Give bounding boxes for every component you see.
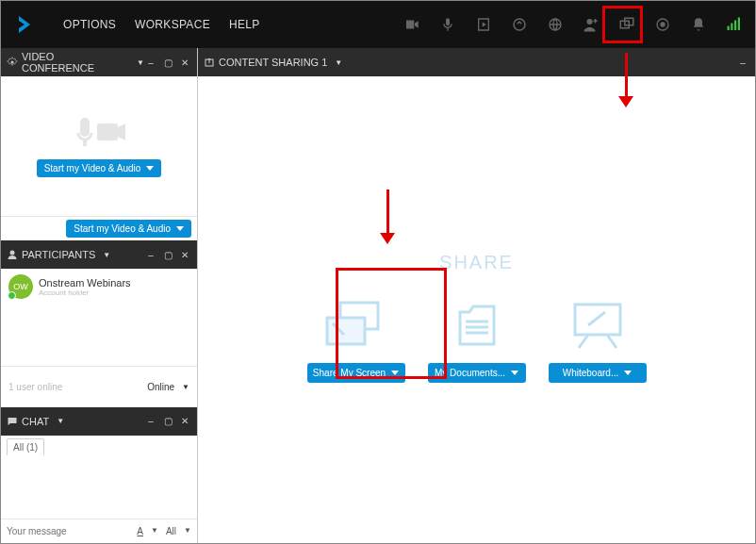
presence-indicator xyxy=(8,291,16,300)
start-video-audio-label: Start my Video & Audio xyxy=(44,163,141,173)
sidebar: VIDEO CONFERENCE▼ – ▢ ✕ Start my Video &… xyxy=(1,48,198,543)
format-icon[interactable]: A xyxy=(137,526,143,536)
participant-name: Onstream Webinars xyxy=(39,277,131,288)
participants-footer-left: 1 user online xyxy=(8,382,62,392)
menu-options[interactable]: OPTIONS xyxy=(63,18,116,31)
svg-rect-12 xyxy=(738,18,740,31)
svg-marker-1 xyxy=(483,22,486,26)
annotate-icon[interactable] xyxy=(506,11,533,38)
chevron-down-icon: ▼ xyxy=(57,417,64,425)
chevron-down-icon xyxy=(511,371,518,375)
microphone-icon[interactable] xyxy=(435,11,461,38)
chat-tools: A ▼ All ▼ xyxy=(137,526,191,536)
globe-icon[interactable] xyxy=(542,11,568,38)
share-option-documents: My Documents... xyxy=(428,288,526,383)
svg-point-4 xyxy=(587,19,593,25)
close-icon[interactable]: ✕ xyxy=(178,415,191,428)
chevron-down-icon xyxy=(624,371,632,375)
video-conference-header[interactable]: VIDEO CONFERENCE▼ – ▢ ✕ xyxy=(1,48,197,76)
svg-point-8 xyxy=(661,23,665,26)
minimize-icon[interactable]: – xyxy=(736,56,749,69)
main-area: CONTENT SHARING 1▼ – SHARE Share My Scre… xyxy=(198,48,755,543)
minimize-icon[interactable]: – xyxy=(144,415,157,428)
maximize-icon[interactable]: ▢ xyxy=(161,248,174,261)
gear-icon xyxy=(7,57,18,68)
start-video-audio-button[interactable]: Start my Video & Audio xyxy=(37,159,162,177)
svg-rect-11 xyxy=(734,21,736,31)
share-option-whiteboard: Whiteboard... xyxy=(549,288,647,383)
chat-header[interactable]: CHAT▼ – ▢ ✕ xyxy=(1,407,197,436)
participant-row[interactable]: OW Onstream Webinars Account holder xyxy=(1,269,197,305)
participants-title: PARTICIPANTS xyxy=(22,249,95,260)
participants-footer-right-dropdown[interactable]: Online▼ xyxy=(147,382,189,392)
app-logo xyxy=(14,9,44,40)
content-sharing-title: CONTENT SHARING 1 xyxy=(219,57,327,68)
minimize-icon[interactable]: – xyxy=(144,56,157,69)
participants-header[interactable]: PARTICIPANTS▼ – ▢ ✕ xyxy=(1,240,197,269)
topbar-icons xyxy=(399,11,748,38)
chevron-down-icon: ▼ xyxy=(137,58,144,67)
close-icon[interactable]: ✕ xyxy=(178,56,191,69)
svg-line-27 xyxy=(588,312,605,325)
maximize-icon[interactable]: ▢ xyxy=(161,56,174,69)
start-video-audio-footer-button[interactable]: Start my Video & Audio xyxy=(66,220,191,238)
chat-message-input[interactable] xyxy=(7,526,137,536)
share-options: Share My Screen My Documents... xyxy=(307,288,647,383)
chat-body xyxy=(1,458,197,519)
svg-line-29 xyxy=(607,335,616,348)
chevron-down-icon[interactable]: ▼ xyxy=(151,526,158,536)
video-conference-body: Start my Video & Audio xyxy=(1,76,197,216)
chat-input-row: A ▼ All ▼ xyxy=(1,519,197,543)
screen-share-large-icon xyxy=(307,288,405,363)
participant-role: Account holder xyxy=(39,288,131,297)
start-video-audio-footer-label: Start my Video & Audio xyxy=(74,223,171,234)
avatar: OW xyxy=(8,274,33,299)
video-conference-title: VIDEO CONFERENCE xyxy=(22,51,129,74)
mic-cam-placeholder-icon xyxy=(71,116,127,154)
screen-share-icon[interactable] xyxy=(614,11,640,38)
svg-rect-21 xyxy=(327,318,365,344)
topbar: OPTIONS WORKSPACE HELP xyxy=(1,1,755,48)
share-my-screen-button[interactable]: Share My Screen xyxy=(307,363,405,383)
whiteboard-button[interactable]: Whiteboard... xyxy=(549,363,647,383)
add-participant-icon[interactable] xyxy=(578,11,604,38)
participants-footer: 1 user online Online▼ xyxy=(1,366,197,407)
camera-icon[interactable] xyxy=(399,11,425,38)
document-large-icon xyxy=(428,288,526,363)
svg-marker-15 xyxy=(118,124,125,140)
share-option-screen: Share My Screen xyxy=(307,288,405,383)
chevron-down-icon[interactable]: ▼ xyxy=(184,526,191,536)
share-heading: SHARE xyxy=(439,252,514,273)
my-documents-button[interactable]: My Documents... xyxy=(428,363,526,383)
menu-help[interactable]: HELP xyxy=(229,18,260,31)
person-icon xyxy=(7,249,18,260)
chevron-down-icon: ▼ xyxy=(182,383,189,391)
chevron-down-icon: ▼ xyxy=(103,251,110,259)
share-icon xyxy=(204,57,215,68)
video-conference-footer: Start my Video & Audio xyxy=(1,216,197,240)
chat-title: CHAT xyxy=(22,416,49,427)
maximize-icon[interactable]: ▢ xyxy=(161,415,174,428)
minimize-icon[interactable]: – xyxy=(144,248,157,261)
signal-icon[interactable] xyxy=(721,11,748,38)
chat-tab-all[interactable]: All (1) xyxy=(7,438,44,455)
main-menu: OPTIONS WORKSPACE HELP xyxy=(63,18,260,31)
content-sharing-header[interactable]: CONTENT SHARING 1▼ – xyxy=(198,48,755,76)
play-file-icon[interactable] xyxy=(470,11,497,38)
whiteboard-label: Whiteboard... xyxy=(563,368,618,378)
svg-point-2 xyxy=(514,19,525,30)
close-icon[interactable]: ✕ xyxy=(178,248,191,261)
menu-workspace[interactable]: WORKSPACE xyxy=(135,18,210,31)
chat-recipient[interactable]: All xyxy=(166,526,176,536)
svg-point-18 xyxy=(10,251,15,256)
chevron-down-icon xyxy=(146,166,154,171)
share-my-screen-label: Share My Screen xyxy=(313,368,386,378)
avatar-initials: OW xyxy=(13,282,28,291)
my-documents-label: My Documents... xyxy=(435,368,505,378)
bell-icon[interactable] xyxy=(685,11,712,38)
whiteboard-large-icon xyxy=(549,288,647,363)
record-icon[interactable] xyxy=(649,11,676,38)
svg-point-13 xyxy=(10,61,13,64)
content-sharing-body: SHARE Share My Screen My xyxy=(198,76,755,543)
svg-line-28 xyxy=(579,335,588,348)
